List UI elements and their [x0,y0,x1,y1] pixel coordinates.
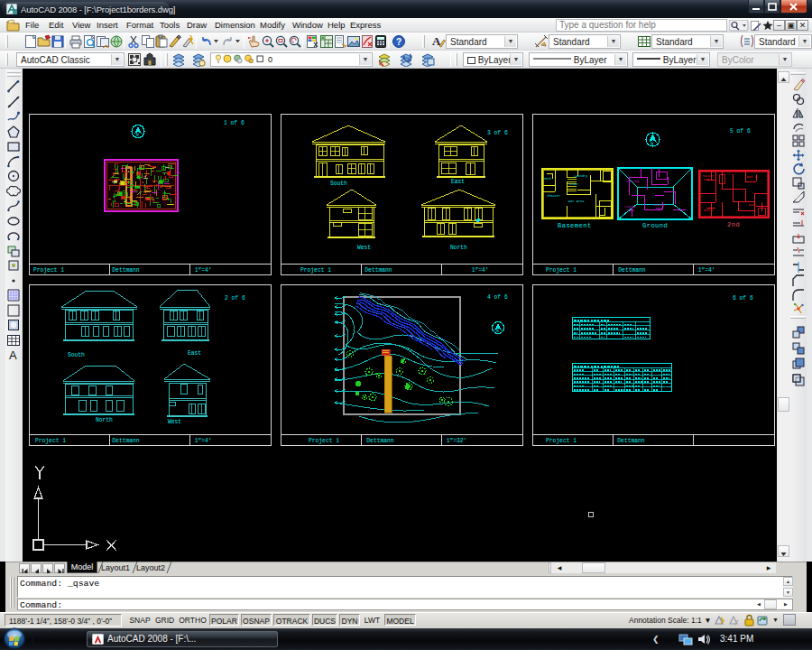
svg-text:N: N [136,133,139,138]
svg-text:Wet Area: Wet Area [568,200,585,203]
svg-text:2nd: 2nd [727,221,740,228]
svg-text:Sitting: Sitting [626,180,639,183]
svg-text:South: South [330,181,347,187]
svg-text:Bed 3: Bed 3 [704,209,713,212]
svg-text:6 of 6: 6 of 6 [733,295,753,302]
svg-text:Project 1: Project 1 [300,267,331,274]
svg-text:3 of 6: 3 of 6 [487,130,508,136]
svg-text:A: A [9,348,17,362]
svg-text:North: North [96,417,113,423]
svg-text:Laundry: Laundry [574,174,588,178]
svg-text:4 of 6: 4 of 6 [487,294,508,301]
svg-text:1”=4’: 1”=4’ [195,267,212,274]
svg-text:2 of 6: 2 of 6 [225,295,245,302]
svg-text:Project 1: Project 1 [33,267,64,274]
svg-text:Dettmann: Dettmann [366,438,393,444]
svg-text:Dettmann: Dettmann [364,267,392,274]
svg-text:Basement: Basement [558,222,592,229]
svg-text:Bath: Bath [749,203,756,207]
svg-text:South: South [68,352,85,358]
svg-text:Dettmann: Dettmann [112,438,139,444]
svg-text:?: ? [396,37,401,47]
svg-text:Mech: Mech [544,177,551,181]
svg-text:N: N [496,329,499,334]
svg-text:1”=4’: 1”=4’ [472,267,489,274]
svg-text:West: West [168,419,181,425]
svg-text:Bed: Bed [704,178,709,181]
svg-text:1 of 6: 1 of 6 [224,120,245,126]
svg-text:Theater: Theater [547,194,560,198]
svg-text:East: East [451,179,465,185]
svg-text:Stair: Stair [569,182,578,186]
svg-text:Ground: Ground [642,222,668,229]
svg-text:Room: Room [656,207,663,210]
svg-text:Dettmann: Dettmann [618,267,645,274]
svg-text:Project 1: Project 1 [546,267,577,274]
svg-text:Project 1: Project 1 [35,438,66,444]
svg-text:5 of 6: 5 of 6 [730,128,751,135]
svg-text:Project 1: Project 1 [309,438,339,444]
svg-text:Dettmann: Dettmann [112,267,139,274]
svg-text:West: West [357,245,371,251]
svg-text:Room: Room [627,209,634,212]
svg-text:0: 0 [268,55,272,64]
svg-text:1”=4’: 1”=4’ [698,267,715,274]
svg-text:Bed 2: Bed 2 [747,175,756,179]
svg-text:Dettmann: Dettmann [617,438,644,444]
svg-text:1”=4’: 1”=4’ [195,438,212,444]
svg-text:N: N [651,142,653,147]
svg-text:North: North [450,245,467,251]
svg-text:1”=32’: 1”=32’ [447,438,467,444]
svg-text:East: East [188,350,201,357]
svg-text:Project 1: Project 1 [546,438,577,444]
